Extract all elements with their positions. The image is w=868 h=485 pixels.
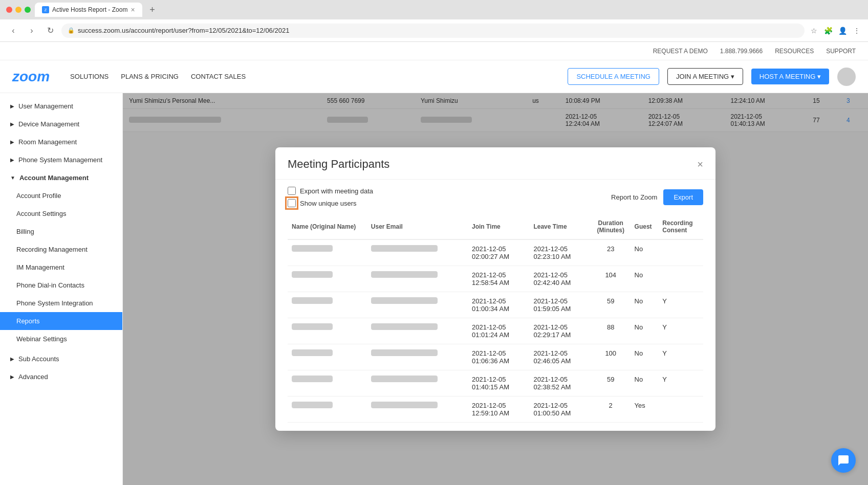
extensions-icon[interactable]: 🧩 [823, 26, 833, 36]
sidebar-item-phone-system-integration[interactable]: Phone System Integration [0, 294, 122, 312]
export-meeting-data-row: Export with meeting data [288, 187, 373, 195]
maximize-window-button[interactable] [25, 7, 31, 13]
participant-duration-cell: 88 [591, 318, 631, 344]
nav-plans[interactable]: PLANS & PRICING [121, 73, 179, 80]
participant-guest-cell: No [631, 266, 659, 292]
col-header-join-time: Join Time [468, 214, 529, 239]
participants-table: Name (Original Name) User Email Join Tim… [288, 214, 703, 423]
sidebar-label-phone-dialin: Phone Dial-in Contacts [16, 281, 84, 289]
nav-solutions[interactable]: SOLUTIONS [70, 73, 108, 80]
content-area: Yumi Shimizu's Personal Mee... 555 660 7… [123, 93, 868, 485]
participant-guest-cell: No [631, 344, 659, 370]
show-unique-users-checkbox[interactable] [288, 199, 296, 207]
sidebar-item-billing[interactable]: Billing [0, 223, 122, 240]
sidebar-label-user-management: User Management [18, 102, 73, 110]
participant-recording-consent-cell: Y [658, 370, 703, 396]
sidebar-item-phone-system-management[interactable]: ▶ Phone System Management [0, 151, 122, 169]
modal-close-button[interactable]: × [697, 159, 703, 170]
sidebar-label-billing: Billing [16, 228, 34, 235]
sidebar-item-room-management[interactable]: ▶ Room Management [0, 133, 122, 151]
user-avatar[interactable] [837, 68, 856, 86]
menu-icon[interactable]: ⋮ [852, 26, 862, 36]
new-tab-button[interactable]: + [146, 4, 159, 16]
participant-recording-consent-cell [658, 396, 703, 423]
sidebar-label-sub-accounts: Sub Accounts [18, 355, 59, 363]
sidebar-item-account-settings[interactable]: Account Settings [0, 205, 122, 223]
minimize-window-button[interactable] [15, 7, 21, 13]
zoom-top-nav: REQUEST A DEMO 1.888.799.9666 RESOURCES … [0, 42, 868, 60]
sidebar-item-sub-accounts[interactable]: ▶ Sub Accounts [0, 350, 122, 368]
participant-email-cell [367, 344, 468, 370]
sidebar-item-webinar-settings[interactable]: Webinar Settings [0, 330, 122, 348]
close-window-button[interactable] [6, 7, 12, 13]
main-content: ▶ User Management ▶ Device Management ▶ … [0, 93, 868, 485]
col-header-duration: Duration(Minutes) [591, 214, 631, 239]
host-meeting-button[interactable]: HOST A MEETING ▾ [751, 69, 829, 84]
participant-name-cell [288, 292, 367, 318]
table-row: 2021-12-0502:00:27 AM2021-12-0502:23:10 … [288, 239, 703, 266]
sidebar-label-room-management: Room Management [18, 138, 77, 146]
refresh-icon: ↻ [47, 26, 54, 35]
participant-name-cell [288, 344, 367, 370]
sidebar-item-advanced[interactable]: ▶ Advanced [0, 368, 122, 386]
nav-contact[interactable]: CONTACT SALES [191, 73, 246, 80]
forward-button[interactable]: › [25, 24, 39, 38]
participant-duration-cell: 100 [591, 344, 631, 370]
sidebar-label-account-settings: Account Settings [16, 210, 67, 217]
meeting-participants-modal: Meeting Participants × Export with meeti… [275, 147, 715, 431]
export-button[interactable]: Export [663, 189, 703, 205]
col-header-leave-time: Leave Time [529, 214, 591, 239]
sidebar-label-phone-system-management: Phone System Management [18, 156, 102, 164]
col-header-consent-sub: Consent [662, 227, 687, 234]
report-to-zoom-link[interactable]: Report to Zoom [611, 193, 657, 201]
sidebar-item-account-profile[interactable]: Account Profile [0, 187, 122, 205]
bookmark-icon[interactable]: ☆ [809, 26, 819, 36]
participant-guest-cell: Yes [631, 396, 659, 423]
table-row: 2021-12-0501:00:34 AM2021-12-0501:59:05 … [288, 292, 703, 318]
participant-leave-time-cell: 2021-12-0501:59:05 AM [529, 292, 591, 318]
participant-recording-consent-cell: Y [658, 344, 703, 370]
resources-link[interactable]: RESOURCES [775, 48, 814, 55]
zoom-logo[interactable]: zoom [12, 69, 50, 85]
show-unique-users-row: Show unique users [288, 199, 373, 207]
sidebar-item-user-management[interactable]: ▶ User Management [0, 97, 122, 115]
phone-number: 1.888.799.9666 [720, 48, 763, 55]
lock-icon: 🔒 [68, 27, 75, 34]
browser-tab[interactable]: Z Active Hosts Report - Zoom × [35, 3, 142, 17]
participant-join-time-cell: 2021-12-0512:58:54 AM [468, 266, 529, 292]
participant-name-cell [288, 266, 367, 292]
chevron-right-icon: ▶ [10, 121, 14, 127]
show-unique-users-label: Show unique users [300, 200, 357, 207]
sidebar-item-phone-dialin[interactable]: Phone Dial-in Contacts [0, 276, 122, 294]
sidebar-item-reports[interactable]: Reports [0, 312, 122, 330]
tab-close-button[interactable]: × [131, 6, 135, 14]
tab-title: Active Hosts Report - Zoom [52, 6, 127, 13]
join-meeting-button[interactable]: JOIN A MEETING ▾ [667, 68, 743, 85]
export-meeting-data-checkbox[interactable] [288, 187, 296, 195]
back-button[interactable]: ‹ [6, 24, 20, 38]
profile-icon[interactable]: 👤 [837, 26, 848, 36]
zoom-main-nav: zoom SOLUTIONS PLANS & PRICING CONTACT S… [0, 60, 868, 93]
participant-email-cell [367, 239, 468, 266]
participant-guest-cell: No [631, 292, 659, 318]
modal-actions: Report to Zoom Export [611, 189, 703, 205]
request-demo-link[interactable]: REQUEST A DEMO [653, 48, 708, 55]
sidebar-item-im-management[interactable]: IM Management [0, 258, 122, 276]
sidebar-item-device-management[interactable]: ▶ Device Management [0, 115, 122, 133]
schedule-meeting-button[interactable]: SCHEDULE A MEETING [568, 68, 659, 85]
address-bar[interactable]: 🔒 success.zoom.us/account/report/user?fr… [61, 24, 805, 38]
forward-icon: › [30, 26, 33, 35]
support-link[interactable]: SUPPORT [826, 48, 856, 55]
chat-bubble-button[interactable] [831, 448, 856, 473]
chevron-right-icon: ▶ [10, 356, 14, 362]
refresh-button[interactable]: ↻ [43, 24, 57, 38]
chevron-right-icon: ▶ [10, 103, 14, 109]
sidebar-item-recording-management[interactable]: Recording Management [0, 240, 122, 258]
chevron-right-icon: ▶ [10, 139, 14, 145]
browser-titlebar: Z Active Hosts Report - Zoom × + [0, 0, 868, 19]
col-header-guest: Guest [631, 214, 659, 239]
modal-overlay: Meeting Participants × Export with meeti… [123, 93, 868, 485]
sidebar-item-account-management[interactable]: ▼ Account Management [0, 169, 122, 187]
col-header-recording-consent: RecordingConsent [658, 214, 703, 239]
participant-email-cell [367, 318, 468, 344]
